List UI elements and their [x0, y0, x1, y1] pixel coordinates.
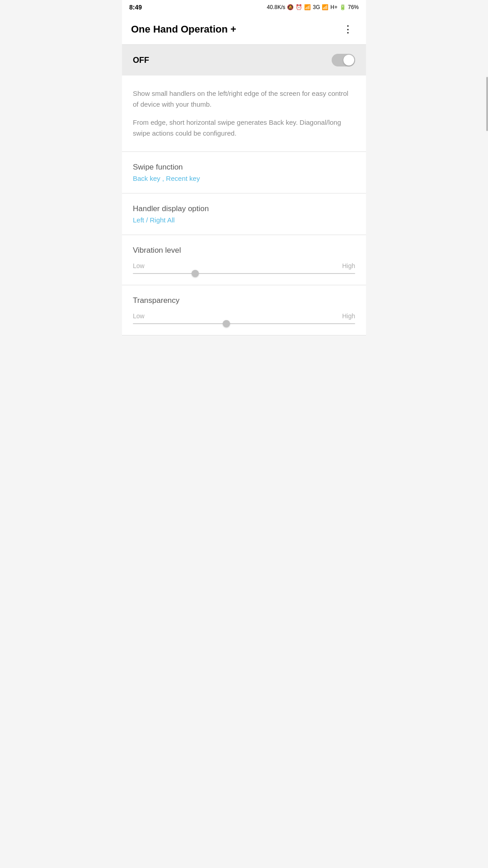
status-time: 8:49	[129, 4, 142, 11]
handler-display-item[interactable]: Handler display option Left / Right All	[122, 193, 366, 235]
status-right: 40.8K/s 🔕 ⏰ 📶 3G 📶 H+ 🔋 76%	[267, 4, 359, 10]
signal-icon-2: 📶	[322, 4, 328, 10]
network-type-1: 3G	[313, 4, 320, 10]
handler-display-value: Left / Right All	[133, 216, 355, 224]
transparency-slider-thumb[interactable]	[223, 320, 230, 327]
app-title: One Hand Operation +	[131, 24, 236, 35]
signal-icon-1: 📶	[304, 4, 311, 10]
swipe-function-item[interactable]: Swipe function Back key , Recent key	[122, 152, 366, 193]
battery-percentage: 76%	[348, 4, 359, 10]
app-bar: One Hand Operation + ⋮	[122, 14, 366, 45]
vibration-slider-labels: Low High	[133, 262, 355, 269]
swipe-function-value: Back key , Recent key	[133, 175, 355, 182]
toggle-section: OFF	[122, 45, 366, 75]
description-text-1: Show small handlers on the left/right ed…	[133, 88, 355, 110]
handler-display-title: Handler display option	[133, 204, 355, 213]
vibration-slider-track[interactable]	[133, 273, 355, 274]
transparency-title: Transparency	[133, 296, 355, 305]
transparency-high-label: High	[342, 312, 355, 320]
transparency-slider-labels: Low High	[133, 312, 355, 320]
network-type-2: H+	[330, 4, 338, 10]
network-speed: 40.8K/s	[267, 4, 286, 10]
toggle-thumb	[343, 55, 354, 66]
toggle-switch[interactable]	[332, 54, 355, 66]
transparency-slider-track[interactable]	[133, 323, 355, 324]
swipe-function-title: Swipe function	[133, 163, 355, 172]
alarm-icon: ⏰	[296, 4, 302, 10]
battery-icon: 🔋	[339, 4, 346, 10]
transparency-low-label: Low	[133, 312, 145, 320]
transparency-section: Transparency Low High	[122, 285, 366, 335]
description-text-2: From edge, short horizontal swipe genera…	[133, 117, 355, 139]
status-bar: 8:49 40.8K/s 🔕 ⏰ 📶 3G 📶 H+ 🔋 76%	[122, 0, 366, 14]
menu-button[interactable]: ⋮	[339, 22, 357, 37]
vibration-level-title: Vibration level	[133, 246, 355, 255]
vibration-high-label: High	[342, 262, 355, 269]
vibration-slider-thumb[interactable]	[192, 270, 199, 277]
vibration-level-section: Vibration level Low High	[122, 235, 366, 285]
toggle-label: OFF	[133, 56, 149, 65]
description-section: Show small handlers on the left/right ed…	[122, 75, 366, 152]
vibration-low-label: Low	[133, 262, 145, 269]
mute-icon: 🔕	[287, 4, 294, 10]
